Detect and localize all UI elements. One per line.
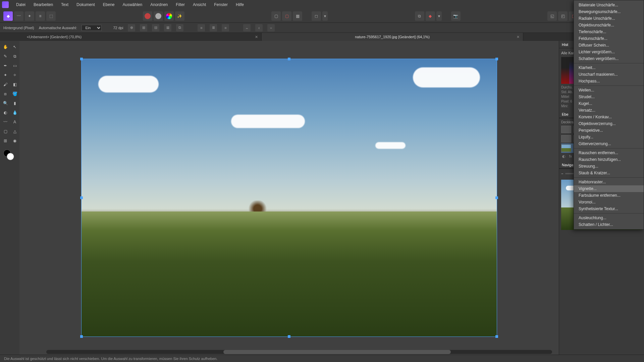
filter-menu-item[interactable]: Klarheit...: [574, 64, 644, 71]
export-persona-icon[interactable]: ⬚: [46, 11, 56, 21]
document-image[interactable]: [81, 59, 497, 337]
filter-menu-item[interactable]: Konvex / Konkav...: [574, 114, 644, 120]
filter-menu-item[interactable]: Streuung...: [574, 163, 644, 170]
dropdown-icon[interactable]: ▾: [322, 11, 328, 21]
pen-tool-icon[interactable]: ✒: [1, 62, 9, 70]
dropdown2-icon[interactable]: ▾: [436, 11, 442, 21]
order-backward-icon[interactable]: ◰: [558, 11, 568, 21]
liquify-persona-icon[interactable]: 〰: [14, 11, 23, 21]
filter-menu-item[interactable]: Ausleuchtung...: [574, 215, 644, 221]
crop-tool-icon[interactable]: ⧉: [11, 52, 19, 60]
menu-anordnen[interactable]: Anordnen: [146, 0, 172, 9]
move-tool-icon[interactable]: ↖: [11, 43, 19, 51]
shape-tool-icon[interactable]: ▢: [1, 127, 9, 135]
selection-handle[interactable]: [288, 335, 290, 338]
flood-select-icon[interactable]: ✦: [1, 71, 9, 79]
selection-grid-icon[interactable]: ▦: [293, 11, 302, 21]
vector-tool-icon[interactable]: △: [11, 127, 19, 135]
filter-menu-item[interactable]: Perspektive...: [574, 127, 644, 134]
filter-menu-item[interactable]: Kugel...: [574, 100, 644, 107]
zoom-out-icon[interactable]: −: [561, 172, 563, 176]
filter-menu-item[interactable]: Objektivunschärfe...: [574, 22, 644, 28]
gradient-tool-icon[interactable]: ▮: [11, 99, 19, 107]
filter-menu-item[interactable]: Tiefenschärfe...: [574, 28, 644, 35]
brush-select-icon[interactable]: ✧: [11, 71, 19, 79]
filter-menu-item[interactable]: Strudel...: [574, 94, 644, 100]
document-tab-1[interactable]: <Unbenannt> [Geändert] (70,8%) ✕: [0, 33, 262, 41]
filter-menu-item[interactable]: Bilaterale Unschärfe...: [574, 2, 644, 8]
selection-handle[interactable]: [288, 58, 290, 60]
node-tool-icon[interactable]: ✎: [1, 52, 9, 60]
filter-menu-item[interactable]: Vignette...: [574, 185, 644, 192]
menu-datei[interactable]: Datei: [12, 0, 30, 9]
distribute-2-icon[interactable]: ⫞: [255, 24, 263, 32]
selection-handle[interactable]: [495, 58, 498, 60]
selection-handle[interactable]: [80, 196, 83, 199]
order-back-icon[interactable]: ◱: [547, 11, 557, 21]
filter-menu-item[interactable]: Objektivverzerrung...: [574, 120, 644, 127]
develop-persona-icon[interactable]: ✦: [25, 11, 34, 21]
menu-ebene[interactable]: Ebene: [99, 0, 119, 9]
filter-menu-item[interactable]: Voronoi...: [574, 199, 644, 205]
align-center-icon[interactable]: ≣: [210, 24, 217, 32]
photo-persona-icon[interactable]: ◆: [3, 11, 13, 21]
selection-none-icon[interactable]: ▢: [271, 11, 281, 21]
filter-menu-item[interactable]: Gitterverzerrung...: [574, 140, 644, 147]
menu-ansicht[interactable]: Ansicht: [189, 0, 210, 9]
filter-menu-item[interactable]: Halbtonraster...: [574, 179, 644, 185]
selection-handle[interactable]: [495, 196, 498, 199]
filter-menu-item[interactable]: Unscharf maskieren...: [574, 71, 644, 78]
menu-auswaehlen[interactable]: Auswählen: [118, 0, 146, 9]
foreground-color-well[interactable]: [7, 153, 14, 160]
text-tool-icon[interactable]: A: [11, 118, 19, 126]
transform-4-icon[interactable]: ⊠: [164, 24, 171, 32]
add-fx-icon[interactable]: fx: [568, 154, 573, 159]
autolevels-icon[interactable]: ✨: [175, 11, 184, 21]
quicklook-icon[interactable]: ◻: [312, 11, 321, 21]
auto-select-dropdown[interactable]: Ein: [82, 25, 102, 31]
close-icon[interactable]: ✕: [517, 35, 520, 39]
menu-filter[interactable]: Filter: [172, 0, 189, 9]
transform-1-icon[interactable]: ⊕: [128, 24, 135, 32]
menu-text[interactable]: Text: [57, 0, 72, 9]
crop-icon[interactable]: ⧉: [415, 11, 424, 21]
fill-tool-icon[interactable]: 🪣: [11, 90, 19, 98]
smudge-tool-icon[interactable]: 〰: [1, 118, 9, 126]
filter-menu-item[interactable]: Staub & Kratzer...: [574, 170, 644, 176]
filter-menu-item[interactable]: Radiale Unschärfe...: [574, 15, 644, 22]
filter-menu-item[interactable]: Liquify...: [574, 134, 644, 140]
erase-tool-icon[interactable]: ◧: [11, 80, 19, 88]
menu-hilfe[interactable]: Hilfe: [232, 0, 248, 9]
mesh-tool-icon[interactable]: ⊞: [1, 137, 9, 145]
filter-menu-item[interactable]: Synthetisierte Textur...: [574, 205, 644, 212]
selection-handle[interactable]: [80, 58, 83, 60]
paint-brush-icon[interactable]: 🖌: [1, 80, 9, 88]
selection-cross-icon[interactable]: ▢: [282, 11, 291, 21]
marquee-tool-icon[interactable]: ▭: [11, 62, 19, 70]
selection-handle[interactable]: [80, 335, 83, 338]
add-adjustment-icon[interactable]: ◐: [561, 154, 567, 159]
layers-tab[interactable]: Ebe: [559, 112, 571, 116]
swatch-red-icon[interactable]: [143, 11, 152, 21]
transform-2-icon[interactable]: ⊞: [140, 24, 147, 32]
dodge-tool-icon[interactable]: ◐: [1, 109, 9, 117]
filter-menu-item[interactable]: Rauschen entfernen...: [574, 149, 644, 156]
transform-5-icon[interactable]: ⧉: [176, 24, 183, 32]
document-tab-2[interactable]: nature-7595617_1920.jpg [Geändert] (64,1…: [262, 33, 523, 41]
zoom-tool-icon[interactable]: 🔍: [1, 99, 9, 107]
filter-menu-item[interactable]: Wellen...: [574, 87, 644, 94]
distribute-1-icon[interactable]: ⫠: [243, 24, 251, 32]
filter-menu-item[interactable]: Lichter vergrößern...: [574, 49, 644, 55]
swatch-rainbow-icon[interactable]: [164, 11, 174, 21]
swatch-grey-icon[interactable]: [154, 11, 163, 21]
close-icon[interactable]: ✕: [255, 35, 258, 39]
menu-dokument[interactable]: Dokument: [72, 0, 99, 9]
filter-menu-item[interactable]: Schatten vergrößern...: [574, 55, 644, 62]
histogram-tab[interactable]: Hist: [559, 43, 571, 47]
filter-menu-item[interactable]: Feldunschärfe...: [574, 35, 644, 42]
horizontal-scrollbar[interactable]: [46, 350, 552, 354]
blur-tool-icon[interactable]: 💧: [11, 109, 19, 117]
filter-menu-item[interactable]: Diffuser Schein...: [574, 42, 644, 49]
align-left-icon[interactable]: ≡: [198, 24, 205, 32]
menu-fenster[interactable]: Fenster: [210, 0, 232, 9]
